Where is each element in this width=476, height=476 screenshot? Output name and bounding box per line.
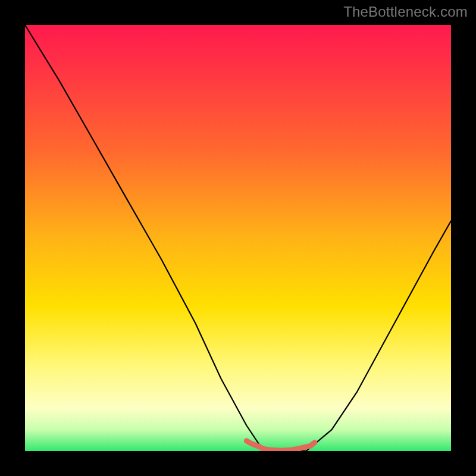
main-curve-path xyxy=(25,25,451,451)
trough-highlight-path xyxy=(246,441,315,451)
plot-area xyxy=(25,25,451,451)
chart-frame: TheBottleneck.com xyxy=(0,0,476,476)
watermark-text: TheBottleneck.com xyxy=(343,4,468,20)
curve-layer xyxy=(25,25,451,451)
